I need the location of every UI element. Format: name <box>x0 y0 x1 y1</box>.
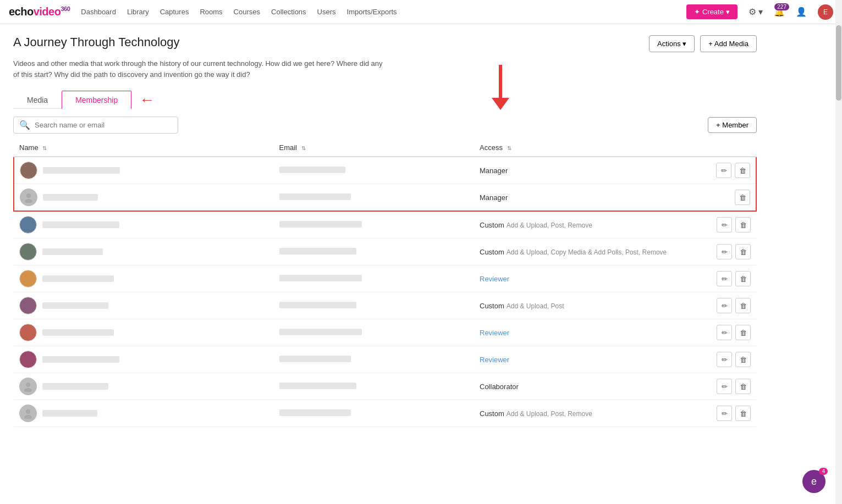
create-button[interactable]: ✦ Create ▾ <box>686 4 737 19</box>
table-row: Collaborator✏🗑 <box>14 373 756 400</box>
edit-button[interactable]: ✏ <box>716 163 731 178</box>
svg-point-4 <box>26 409 30 414</box>
table-row: CustomAdd & Upload, Post, Remove✏🗑 <box>14 211 756 239</box>
member-name <box>42 248 103 255</box>
tab-media[interactable]: Media <box>13 91 62 109</box>
member-email <box>279 383 356 389</box>
nav-captures[interactable]: Captures <box>160 8 189 16</box>
edit-button[interactable]: ✏ <box>717 298 732 313</box>
table-row: CustomAdd & Upload, Copy Media & Add Pol… <box>14 239 756 265</box>
membership-arrow: ← <box>139 91 155 109</box>
table-header-row: Name ⇅ Email ⇅ Access ⇅ <box>14 139 756 157</box>
name-sort-icon[interactable]: ⇅ <box>42 145 47 151</box>
action-buttons: ✏🗑 <box>702 271 751 286</box>
nav-users[interactable]: Users <box>317 8 336 16</box>
settings-button[interactable]: ⚙ ▾ <box>749 7 763 17</box>
member-avatar <box>19 297 37 314</box>
svg-point-2 <box>26 383 30 387</box>
member-cell <box>19 243 268 261</box>
search-wrap: 🔍 <box>13 117 178 134</box>
access-sub: Add & Upload, Copy Media & Add Polls, Po… <box>507 248 667 256</box>
nav-imports-exports[interactable]: Imports/Exports <box>347 8 397 16</box>
scrollbar[interactable] <box>835 0 842 438</box>
access-sort-icon[interactable]: ⇅ <box>507 145 511 151</box>
member-email <box>279 193 351 200</box>
actions-button[interactable]: Actions ▾ <box>649 35 695 52</box>
edit-button[interactable]: ✏ <box>717 244 732 259</box>
svg-point-0 <box>26 193 31 198</box>
member-cell <box>19 297 268 314</box>
action-buttons: ✏🗑 <box>702 325 751 340</box>
search-input[interactable] <box>35 121 145 129</box>
member-name <box>42 221 119 228</box>
action-buttons: ✏🗑 <box>702 163 750 178</box>
nav-library[interactable]: Library <box>127 8 149 16</box>
scrollbar-thumb[interactable] <box>836 25 841 101</box>
delete-button[interactable]: 🗑 <box>735 190 750 205</box>
member-avatar <box>20 189 37 206</box>
delete-button[interactable]: 🗑 <box>735 298 751 313</box>
access-sub: Add & Upload, Post, Remove <box>507 410 592 418</box>
member-email <box>279 409 351 416</box>
table-row: CustomAdd & Upload, Post✏🗑 <box>14 292 756 319</box>
member-name <box>42 356 119 363</box>
action-buttons: ✏🗑 <box>702 298 751 313</box>
edit-button[interactable]: ✏ <box>717 406 732 421</box>
table-body: Manager✏🗑Manager🗑CustomAdd & Upload, Pos… <box>14 157 756 427</box>
member-name <box>42 410 97 417</box>
page-header: A Journey Through Technology Actions ▾ +… <box>13 35 757 54</box>
delete-button[interactable]: 🗑 <box>735 271 751 286</box>
member-email <box>279 221 362 228</box>
nav-dashboard[interactable]: Dashboard <box>81 8 116 16</box>
header-actions: Actions ▾ + Add Media <box>649 35 757 52</box>
notifications-button[interactable]: 🔔 227 <box>774 7 785 17</box>
add-media-button[interactable]: + Add Media <box>700 35 757 52</box>
member-cell <box>20 162 268 179</box>
edit-button[interactable]: ✏ <box>717 379 732 394</box>
member-cell <box>19 270 268 287</box>
delete-button[interactable]: 🗑 <box>735 217 751 232</box>
delete-button[interactable]: 🗑 <box>735 325 751 340</box>
add-member-button[interactable]: + Member <box>708 117 757 133</box>
edit-button[interactable]: ✏ <box>717 271 732 286</box>
account-button[interactable]: 👤 <box>796 7 807 17</box>
edit-button[interactable]: ✏ <box>717 352 732 367</box>
delete-button[interactable]: 🗑 <box>735 163 750 178</box>
tab-membership[interactable]: Membership <box>62 91 131 109</box>
tabs-row: Media Membership ← <box>13 91 757 109</box>
nav-courses[interactable]: Courses <box>234 8 260 16</box>
member-name <box>42 275 114 282</box>
delete-button[interactable]: 🗑 <box>735 244 751 259</box>
access-label: Manager <box>480 193 508 202</box>
col-header-email: Email ⇅ <box>274 139 475 157</box>
edit-button[interactable]: ✏ <box>717 217 732 232</box>
nav-rooms[interactable]: Rooms <box>200 8 222 16</box>
member-avatar <box>20 162 37 179</box>
member-name <box>43 194 98 201</box>
delete-button[interactable]: 🗑 <box>735 379 751 394</box>
table-row: Reviewer✏🗑 <box>14 319 756 346</box>
member-avatar <box>19 243 37 261</box>
notification-badge: 227 <box>774 3 789 10</box>
access-label: Reviewer <box>480 329 509 337</box>
tabs: Media Membership <box>13 91 131 109</box>
member-name <box>42 329 114 336</box>
access-label: Custom <box>480 302 504 310</box>
email-sort-icon[interactable]: ⇅ <box>301 145 306 151</box>
access-label: Collaborator <box>480 383 519 391</box>
member-cell <box>19 324 268 341</box>
delete-button[interactable]: 🗑 <box>735 352 751 367</box>
member-email <box>279 356 351 362</box>
access-label: Manager <box>480 167 508 175</box>
member-avatar <box>19 270 37 287</box>
nav-collections[interactable]: Collections <box>271 8 306 16</box>
member-cell <box>19 405 268 422</box>
logo[interactable]: echovideo360 <box>9 5 70 18</box>
user-avatar[interactable]: E <box>818 4 833 20</box>
delete-button[interactable]: 🗑 <box>735 406 751 421</box>
access-sub: Add & Upload, Post, Remove <box>507 221 592 229</box>
edit-button[interactable]: ✏ <box>717 325 732 340</box>
access-label: Custom <box>480 409 504 418</box>
table-row: Manager✏🗑 <box>14 157 756 184</box>
table-row: CustomAdd & Upload, Post, Remove✏🗑 <box>14 400 756 427</box>
